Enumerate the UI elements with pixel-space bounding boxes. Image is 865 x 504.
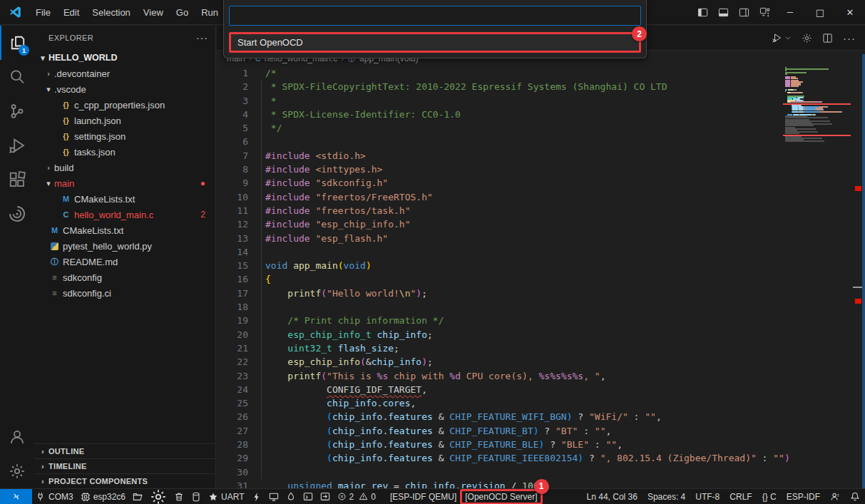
tree-root-hello-world[interactable]: ▾ HELLO_WORLD bbox=[34, 50, 215, 66]
statusbar-custom-task[interactable] bbox=[317, 489, 334, 504]
activity-explorer[interactable]: 1 bbox=[0, 26, 34, 60]
tree-item-c_cpp_properties.json[interactable]: {}c_cpp_properties.json bbox=[34, 97, 215, 113]
code-line-30: 30 bbox=[217, 466, 865, 479]
statusbar-cursor-position[interactable]: Ln 44, Col 36 bbox=[582, 489, 643, 504]
tree-item-sdkconfig[interactable]: ≡sdkconfig bbox=[34, 269, 215, 285]
tree-item-.devcontainer[interactable]: ›.devcontainer bbox=[34, 66, 215, 81]
line-number: 22 bbox=[217, 355, 248, 369]
activity-run-and-debug[interactable] bbox=[0, 128, 34, 163]
activity-manage[interactable] bbox=[0, 454, 34, 488]
activity-espressif-idf[interactable] bbox=[0, 197, 34, 231]
annotation-box-2: Start OpenOCD 2 bbox=[229, 32, 641, 53]
minimize-button[interactable]: ─ bbox=[775, 0, 805, 24]
annotation-badge-1: 1 bbox=[534, 479, 549, 494]
tree-item-hello_world_main.c[interactable]: Chello_world_main.c2 bbox=[34, 207, 215, 222]
activity-search[interactable] bbox=[0, 60, 34, 94]
toggle-primary-sidebar-icon[interactable] bbox=[692, 4, 713, 21]
code-line-26: 26 (chip_info.features & CHIP_FEATURE_WI… bbox=[217, 410, 865, 423]
activity-extensions[interactable] bbox=[0, 163, 34, 197]
section-timeline[interactable]: ›TIMELINE bbox=[34, 458, 215, 473]
statusbar-eol-sequence[interactable]: CRLF bbox=[725, 489, 757, 504]
tree-item-label: CMakeLists.txt bbox=[74, 194, 135, 205]
tree-item-tasks.json[interactable]: {}tasks.json bbox=[34, 144, 215, 160]
statusbar-indentation[interactable]: Spaces: 4 bbox=[643, 489, 690, 504]
tree-item-build[interactable]: ›build bbox=[34, 160, 215, 175]
statusbar-encoding[interactable]: UTF-8 bbox=[690, 489, 725, 504]
config-file-icon: ≡ bbox=[48, 289, 61, 297]
statusbar-idf-terminal[interactable] bbox=[300, 489, 317, 504]
code-line-4: 4 * SPDX-License-Identifier: CC0-1.0 bbox=[217, 108, 865, 121]
statusbar-flash[interactable] bbox=[248, 489, 265, 504]
menu-file[interactable]: File bbox=[29, 4, 57, 21]
tree-item-sdkconfig.ci[interactable]: ≡sdkconfig.ci bbox=[34, 285, 215, 301]
explorer-sidebar: EXPLORER ··· ▾ HELLO_WORLD ›.devcontaine… bbox=[34, 26, 216, 488]
palette-item-start-openocd[interactable]: Start OpenOCD bbox=[231, 34, 639, 51]
gear-icon bbox=[9, 463, 26, 480]
close-button[interactable]: ✕ bbox=[835, 0, 865, 24]
ruler-error-mark bbox=[855, 299, 861, 304]
statusbar-flash-method[interactable]: UART bbox=[205, 489, 247, 504]
statusbar-erase-flash[interactable] bbox=[188, 489, 205, 504]
menu-run[interactable]: Run bbox=[195, 4, 225, 21]
code-line-14: 14 bbox=[217, 245, 865, 259]
line-number: 1 bbox=[217, 66, 248, 80]
problems-indicator[interactable]: 20 bbox=[334, 489, 379, 504]
section-outline[interactable]: ›OUTLINE bbox=[34, 443, 215, 458]
tree-item-CMakeLists.txt[interactable]: MCMakeLists.txt bbox=[34, 222, 215, 238]
tree-item-pytest_hello_world.py[interactable]: pytest_hello_world.py bbox=[34, 238, 215, 254]
section-project-components[interactable]: ›PROJECT COMPONENTS bbox=[34, 473, 215, 488]
error-icon bbox=[337, 492, 347, 501]
minimap-line bbox=[785, 72, 807, 73]
statusbar-feedback[interactable] bbox=[825, 489, 845, 504]
split-editor-icon[interactable] bbox=[819, 30, 836, 46]
explorer-more-actions-icon[interactable]: ··· bbox=[196, 32, 208, 43]
statusbar-project-folder[interactable] bbox=[129, 489, 146, 504]
statusbar-language-mode[interactable]: {} C bbox=[757, 489, 782, 504]
modified-dot-badge: ● bbox=[200, 178, 205, 188]
toggle-secondary-sidebar-icon[interactable] bbox=[734, 4, 754, 21]
esp-idf-qemu-item[interactable]: [ESP-IDF QEMU] bbox=[387, 489, 460, 504]
customize-layout-icon[interactable] bbox=[754, 4, 775, 21]
code-line-20: 20 esp_chip_info_t chip_info; bbox=[217, 328, 865, 341]
menu-edit[interactable]: Edit bbox=[57, 4, 86, 21]
activity-accounts[interactable] bbox=[0, 420, 34, 454]
command-palette: Start OpenOCD 2 bbox=[223, 0, 647, 58]
statusbar-esp-idf-extension[interactable]: ESP-IDF bbox=[782, 489, 825, 504]
menu-view[interactable]: View bbox=[137, 4, 170, 21]
tree-item-README.md[interactable]: ⓘREADME.md bbox=[34, 254, 215, 269]
statusbar-build-flash-monitor[interactable] bbox=[282, 489, 300, 504]
command-palette-input[interactable] bbox=[229, 6, 641, 26]
statusbar-full-clean[interactable] bbox=[170, 489, 188, 504]
tree-item-main[interactable]: ▾main● bbox=[34, 175, 215, 191]
cmake-file-icon: M bbox=[48, 226, 61, 235]
toggle-panel-icon[interactable] bbox=[713, 4, 734, 21]
tree-item-label: pytest_hello_world.py bbox=[63, 241, 152, 252]
maximize-button[interactable]: □ bbox=[805, 0, 835, 24]
tree-item-settings.json[interactable]: {}settings.json bbox=[34, 128, 215, 144]
line-number: 7 bbox=[217, 149, 248, 163]
statusbar-notifications[interactable] bbox=[845, 489, 865, 504]
statusbar-monitor[interactable] bbox=[265, 489, 282, 504]
editor-settings-gear-icon[interactable] bbox=[798, 30, 816, 46]
minimap-line bbox=[785, 111, 842, 113]
statusbar-sdk-configuration[interactable] bbox=[146, 489, 170, 504]
tree-item-label: .devcontainer bbox=[54, 68, 110, 79]
tree-item-launch.json[interactable]: {}launch.json bbox=[34, 113, 215, 128]
code-line-17: 17 printf("Hello world!\n"); bbox=[217, 287, 865, 300]
menu-selection[interactable]: Selection bbox=[86, 4, 136, 21]
json-file-icon: {} bbox=[60, 101, 72, 109]
activity-source-control[interactable] bbox=[0, 94, 34, 128]
tree-item-.vscode[interactable]: ▾.vscode bbox=[34, 81, 215, 97]
source-control-icon bbox=[9, 103, 26, 120]
minimap-line bbox=[785, 92, 803, 93]
menu-go[interactable]: Go bbox=[170, 4, 195, 21]
run-or-debug-button[interactable] bbox=[768, 29, 795, 46]
code-line-22: 22 esp_chip_info(&chip_info); bbox=[217, 355, 865, 369]
statusbar-serial-port[interactable]: COM3 bbox=[32, 489, 77, 504]
minimap-line bbox=[785, 89, 797, 91]
code-viewport[interactable]: 1/*2 * SPDX-FileCopyrightText: 2010-2022… bbox=[217, 66, 865, 488]
openocd-server-item[interactable]: [OpenOCD Server] bbox=[465, 492, 537, 502]
remote-indicator[interactable] bbox=[0, 489, 32, 504]
statusbar-device-target[interactable]: esp32c6 bbox=[77, 489, 129, 504]
tree-item-CMakeLists.txt[interactable]: MCMakeLists.txt bbox=[34, 191, 215, 207]
